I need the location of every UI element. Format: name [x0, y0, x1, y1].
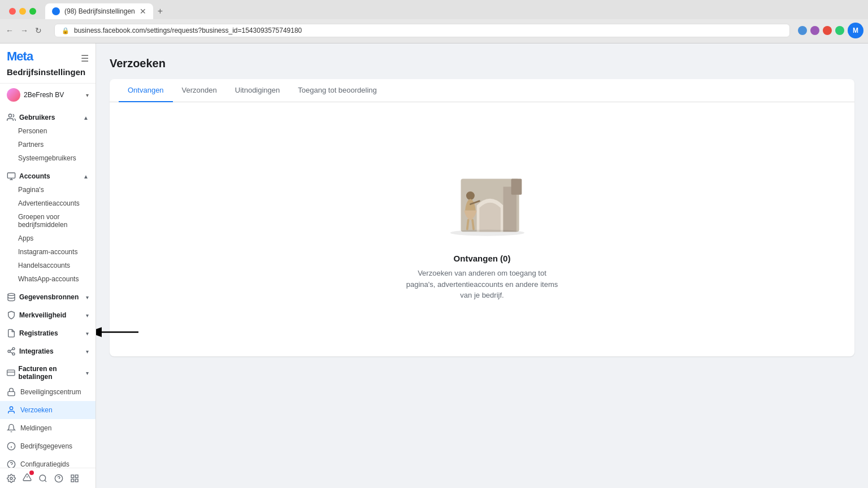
sidebar-item-systeemgebruikers[interactable]: Systeemgebruikers [0, 151, 96, 165]
accounts-chevron-icon: ▲ [83, 173, 89, 180]
sidebar-item-handels[interactable]: Handelsaccounts [0, 259, 96, 272]
nav-section-header-gegevensbronnen[interactable]: Gegevensbronnen ▾ [0, 288, 96, 304]
tab-title: (98) Bedrijfsinstellingen [64, 7, 135, 15]
svg-point-5 [12, 353, 15, 355]
nav-section-title-accounts: Accounts [7, 172, 50, 181]
grid-icon[interactable] [70, 474, 79, 483]
svg-point-15 [7, 460, 15, 468]
svg-point-0 [8, 114, 11, 117]
page-header: Verzoeken [110, 57, 854, 70]
gegevensbronnen-chevron-icon: ▾ [86, 294, 89, 300]
tab-bar: (98) Bedrijfsinstellingen ✕ + [0, 0, 868, 19]
int-icon [7, 347, 16, 356]
sidebar-item-partners[interactable]: Partners [0, 138, 96, 151]
nav-section-integraties: Integraties ▾ [0, 342, 96, 358]
svg-point-17 [10, 477, 12, 480]
data-icon [7, 293, 16, 302]
svg-line-21 [45, 480, 46, 482]
svg-point-20 [40, 475, 46, 481]
refresh-button[interactable]: ↻ [34, 25, 43, 36]
nav-section-title-registraties: Registraties [7, 329, 58, 338]
nav-section-title-gebruikers: Gebruikers [7, 113, 55, 122]
sidebar-item-apps[interactable]: Apps [0, 232, 96, 245]
svg-line-6 [10, 352, 13, 354]
forward-button[interactable]: → [19, 25, 29, 36]
profile-avatar[interactable]: M [848, 23, 863, 38]
sidebar-item-whatsapp[interactable]: WhatsApp-accounts [0, 272, 96, 286]
nav-section-header-facturen[interactable]: Facturen en betalingen ▾ [0, 360, 96, 383]
new-tab-button[interactable]: + [155, 4, 165, 19]
company-selector[interactable]: 2BeFresh BV ▾ [0, 84, 96, 106]
svg-point-4 [8, 350, 10, 352]
svg-point-11 [10, 407, 12, 409]
tab-close-button[interactable]: ✕ [140, 7, 146, 16]
accounts-icon [7, 172, 16, 181]
gebruikers-chevron-icon: ▲ [83, 115, 89, 121]
lock-icon [7, 387, 16, 396]
sidebar-item-beveiligingscentrum[interactable]: Beveiligingscentrum [0, 383, 96, 401]
billing-icon [7, 368, 15, 377]
tab-verzonden[interactable]: Verzonden [173, 79, 226, 102]
empty-illustration [426, 158, 539, 242]
svg-rect-30 [511, 179, 522, 195]
nav-section-registraties: Registraties ▾ [0, 324, 96, 340]
meta-logo: Meta [7, 49, 33, 64]
nav-section-title-merkveiligheid: Merkveiligheid [7, 311, 66, 320]
company-chevron-icon: ▾ [86, 92, 89, 98]
sidebar-item-bedrijfsgegevens[interactable]: Bedrijfsgegevens [0, 437, 96, 455]
back-button[interactable]: ← [5, 25, 15, 36]
empty-state-description: Verzoeken van anderen om toegang tot pag… [403, 268, 561, 301]
sidebar-title: Bedrijfsinstellingen [7, 67, 89, 77]
company-name: 2BeFresh BV [24, 91, 83, 99]
close-button[interactable] [9, 8, 16, 15]
extension-icon-3[interactable] [823, 26, 832, 35]
tab-uitnodigingen[interactable]: Uitnodigingen [226, 79, 289, 102]
main-content: Verzoeken Ontvangen Verzonden Uitnodigin… [96, 43, 868, 488]
browser-toolbar: M [798, 23, 863, 38]
tab-toegang[interactable]: Toegang tot beoordeling [289, 79, 386, 102]
traffic-lights [5, 8, 41, 15]
browser-chrome: (98) Bedrijfsinstellingen ✕ + ← → ↻ 🔒 bu… [0, 0, 868, 43]
nav-section-title-integraties: Integraties [7, 347, 54, 356]
svg-point-3 [12, 347, 15, 350]
extension-icon-4[interactable] [835, 26, 844, 35]
nav-section-header-integraties[interactable]: Integraties ▾ [0, 342, 96, 358]
svg-rect-26 [75, 479, 78, 482]
nav-section-header-gebruikers[interactable]: Gebruikers ▲ [0, 108, 96, 124]
sidebar-item-advertentieaccounts[interactable]: Advertentieaccounts [0, 197, 96, 210]
svg-rect-25 [75, 475, 78, 478]
nav-section-gegevensbronnen: Gegevensbronnen ▾ [0, 288, 96, 304]
nav-section-accounts: Accounts ▲ Pagina's Advertentieaccounts … [0, 167, 96, 286]
tab-ontvangen[interactable]: Ontvangen [119, 79, 173, 102]
maximize-button[interactable] [29, 8, 36, 15]
address-bar[interactable]: 🔒 business.facebook.com/settings/request… [54, 24, 790, 37]
sidebar-item-paginas[interactable]: Pagina's [0, 183, 96, 197]
sidebar-header: Meta ☰ Bedrijfsinstellingen [0, 43, 96, 84]
help-footer-icon[interactable] [54, 474, 63, 483]
nav-section-header-merkveiligheid[interactable]: Merkveiligheid ▾ [0, 306, 96, 322]
extension-icon-1[interactable] [798, 26, 807, 35]
browser-tab[interactable]: (98) Bedrijfsinstellingen ✕ [45, 3, 153, 19]
nav-section-header-accounts[interactable]: Accounts ▲ [0, 167, 96, 183]
extension-icon-2[interactable] [810, 26, 819, 35]
settings-icon[interactable] [7, 474, 16, 483]
sidebar-item-configuratiegids[interactable]: Configuratiegids [0, 455, 96, 468]
url-display: business.facebook.com/settings/requests?… [74, 27, 783, 34]
svg-line-7 [10, 349, 13, 351]
nav-section-title-gegevensbronnen: Gegevensbronnen [7, 293, 79, 302]
search-icon[interactable] [38, 474, 47, 483]
sidebar-item-groepen[interactable]: Groepen voor bedrijfsmiddelen [0, 210, 96, 232]
sidebar-item-meldingen[interactable]: Meldingen [0, 419, 96, 437]
meta-wordmark: Meta [7, 49, 33, 64]
sidebar-item-verzoeken[interactable]: Verzoeken [0, 401, 96, 419]
registraties-chevron-icon: ▾ [86, 330, 89, 337]
hamburger-menu-button[interactable]: ☰ [81, 53, 89, 64]
sidebar-item-instagram[interactable]: Instagram-accounts [0, 245, 96, 259]
sidebar-item-personen[interactable]: Personen [0, 124, 96, 138]
users-icon [7, 113, 16, 122]
app-container: Meta ☰ Bedrijfsinstellingen 2BeFresh BV … [0, 43, 868, 488]
svg-line-33 [467, 220, 468, 229]
minimize-button[interactable] [19, 8, 26, 15]
sidebar: Meta ☰ Bedrijfsinstellingen 2BeFresh BV … [0, 43, 96, 488]
nav-section-header-registraties[interactable]: Registraties ▾ [0, 324, 96, 340]
